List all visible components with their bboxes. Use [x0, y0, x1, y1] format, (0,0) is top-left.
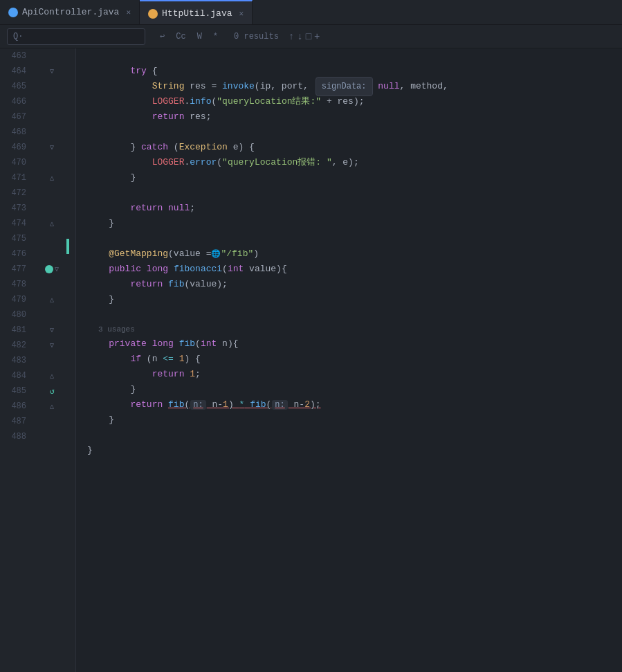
kw-long-477: long [147, 262, 168, 277]
search-btn-regex[interactable]: * [210, 30, 221, 43]
kw-private: private [109, 336, 147, 352]
type-string: String [152, 79, 185, 94]
tab-close-apicontroller[interactable]: ✕ [126, 8, 131, 17]
gutter-icons-471: △ [35, 174, 69, 182]
tab-close-httputil[interactable]: ✕ [239, 9, 244, 18]
reload-icon-485[interactable]: ↺ [49, 386, 54, 397]
fold-icon-464[interactable]: ▽ [50, 67, 54, 75]
num-1-485a: 1 [223, 399, 228, 410]
code-line-468 [87, 125, 622, 140]
gutter-row-470: 470 [0, 155, 75, 170]
search-input-area[interactable]: Q· [7, 28, 145, 45]
code-line-483: return 1; [87, 367, 622, 382]
num-1-483: 1 [190, 367, 195, 382]
search-btn-return[interactable]: ↩ [156, 30, 168, 43]
gutter-row-485: 485 ↺ [0, 383, 75, 399]
method-fib-481: fib [179, 336, 195, 352]
nav-arrow-down[interactable]: ↓ [297, 31, 302, 42]
gutter-row-474: 474 △ [0, 216, 75, 231]
search-bar: Q· ↩ Cc W * 0 results ↑ ↓ □ + [0, 25, 622, 48]
gutter-icons-481: ▽ [35, 326, 69, 334]
tab-icon-httputil [148, 9, 158, 19]
str-querylocation: "queryLocation结果:" [217, 94, 321, 109]
gutter-row-480: 480 [0, 307, 75, 323]
kw-int-481: int [201, 336, 217, 352]
search-icon: Q· [13, 32, 23, 42]
tab-label-apicontroller: ApiController.java [22, 7, 119, 17]
gutter-row-465: 465 [0, 79, 75, 94]
line-num-466: 466 [0, 97, 35, 107]
fold-icon-471[interactable]: △ [50, 174, 54, 182]
line-gutter: 463 464 ▽ 465 466 467 468 [0, 48, 76, 672]
code-line-478: return fib(value); [87, 277, 622, 292]
gutter-row-469: 469 ▽ [0, 140, 75, 155]
gutter-row-475: 475 [0, 231, 75, 246]
fold-icon-486[interactable]: △ [50, 402, 54, 410]
nav-btn-plus[interactable]: + [314, 31, 320, 42]
code-line-472 [87, 185, 622, 201]
tab-bar: ApiController.java ✕ HttpUtil.java ✕ [0, 0, 622, 25]
search-actions: ↩ Cc W * [156, 30, 221, 43]
kw-public-477: public [109, 262, 141, 277]
globe-icon: 🌐 [211, 246, 221, 262]
line-num-465: 465 [0, 82, 35, 91]
fold-icon-484[interactable]: △ [50, 372, 54, 380]
num-1-482: 1 [179, 352, 185, 367]
fold-icon-481[interactable]: ▽ [50, 326, 54, 334]
code-line-469: } catch (Exception e) { [87, 140, 622, 155]
fold-icon-479[interactable]: △ [50, 296, 54, 304]
method-fib-485a: fib [168, 399, 184, 410]
tab-httputil[interactable]: HttpUtil.java ✕ [140, 0, 253, 24]
gutter-row-476: 476 [0, 246, 75, 262]
kw-return-478: return [130, 277, 163, 292]
code-line-466: LOGGER.info("queryLocation结果:" + res); [87, 94, 622, 109]
line-num-471: 471 [0, 173, 35, 183]
gutter-row-478: 478 [0, 277, 75, 292]
usages-hint: 3 usages [87, 323, 622, 336]
type-exception: Exception [179, 140, 228, 155]
annotation-getmapping: @GetMapping [109, 246, 168, 262]
breakpoint-477[interactable] [45, 265, 53, 273]
fold-icon-482[interactable]: ▽ [50, 341, 54, 349]
gutter-row-468: 468 [0, 125, 75, 140]
code-line-484: } [87, 382, 622, 397]
code-line-479: } [87, 292, 622, 307]
line-num-467: 467 [0, 112, 35, 122]
line-num-488: 488 [0, 432, 35, 442]
method-invoke: invoke [222, 79, 255, 94]
method-info: info [190, 94, 211, 109]
line-num-484: 484 [0, 371, 35, 381]
nav-btn-wrap[interactable]: □ [306, 31, 311, 42]
fold-icon-469[interactable]: ▽ [50, 143, 54, 152]
fold-icon-477[interactable]: ▽ [55, 265, 59, 273]
line-num-470: 470 [0, 158, 35, 167]
kw-return-473: return [130, 201, 163, 216]
line-num-485: 485 [0, 386, 35, 396]
line-num-463: 463 [0, 51, 35, 61]
kw-return-483: return [152, 367, 185, 382]
keyword-try: try [130, 64, 146, 79]
search-btn-cc[interactable]: Cc [172, 30, 189, 43]
line-num-480: 480 [0, 310, 35, 320]
method-fib-485b: fib [250, 399, 266, 410]
tab-apicontroller[interactable]: ApiController.java ✕ [0, 0, 140, 24]
gutter-row-464: 464 ▽ [0, 64, 75, 79]
str-fib-path: "/fib" [221, 246, 253, 262]
hint-n-1: n: [190, 400, 205, 410]
code-line-481: private long fib(int n){ [87, 336, 622, 352]
line-num-468: 468 [0, 127, 35, 137]
code-line-485: return fib(n: n-1) * fib(n: n-2); [87, 397, 622, 412]
kw-return-467: return [152, 109, 185, 125]
search-btn-w[interactable]: W [194, 30, 205, 43]
gutter-row-481: 481 ▽ [0, 323, 75, 338]
nav-arrows: ↑ ↓ □ + [289, 31, 320, 42]
code-line-488: } [87, 443, 622, 458]
gutter-row-486: 486 △ [0, 399, 75, 414]
code-line-474: } [87, 216, 622, 231]
line-num-472: 472 [0, 188, 35, 198]
nav-arrow-up[interactable]: ↑ [289, 31, 294, 42]
line-num-478: 478 [0, 280, 35, 289]
fold-icon-474[interactable]: △ [50, 219, 54, 228]
line-num-486: 486 [0, 401, 35, 411]
kw-catch: catch [141, 140, 168, 155]
